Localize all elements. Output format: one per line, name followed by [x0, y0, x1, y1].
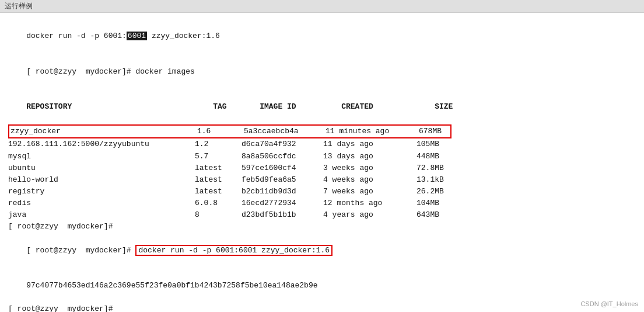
prompt-images: [ root@zzyy mydocker]# docker images [8, 54, 636, 89]
row-size: 13.1kB [416, 175, 444, 184]
row-created: 4 years ago [323, 209, 416, 221]
row-repo: java [8, 209, 195, 221]
row-tag: 1.6 [197, 126, 244, 137]
col-id: IMAGE ID [260, 101, 341, 113]
row-repo: registry [8, 186, 195, 197]
row-tag: latest [195, 186, 242, 197]
row-size: 104MB [416, 199, 439, 207]
row-size: 678MB [419, 127, 442, 136]
table-row: zzyy_docker1.65a3ccaebcb4a11 minutes ago… [8, 124, 452, 138]
docker-run-cmd-box: docker run -d -p 6001:6001 zzyy_docker:1… [135, 245, 332, 256]
row-tag: 5.7 [195, 151, 242, 162]
row-size: 105MB [416, 140, 439, 148]
row-created: 11 days ago [323, 138, 416, 150]
row-id: 5a3ccaebcb4a [244, 126, 326, 137]
row-id: 16ecd2772934 [242, 197, 323, 209]
row-id: feb5d9fea6a5 [242, 174, 323, 186]
row-created: 11 minutes ago [326, 126, 419, 137]
col-size: SIZE [435, 102, 453, 111]
top-bar-title: 运行样例 [5, 1, 33, 11]
row-repo: ubuntu [8, 162, 195, 174]
row-created: 13 days ago [323, 151, 416, 162]
row-id: 597ce1600cf4 [242, 162, 323, 174]
row-tag: 6.0.8 [195, 197, 242, 209]
row-repo: zzyy_docker [10, 126, 197, 137]
row-size: 448MB [416, 152, 439, 161]
prompt4: [ root@zzyy mydocker]# [8, 303, 636, 312]
row-id: d6ca70a4f932 [242, 138, 323, 150]
table-row: mysql5.78a8a506ccfdc13 days ago448MB [8, 151, 636, 162]
row-id: 8a8a506ccfdc [242, 151, 323, 162]
row-created: 3 weeks ago [323, 162, 416, 174]
table-row: 192.168.111.162:5000/zzyyubuntu1.2d6ca70… [8, 138, 636, 150]
watermark: CSDN @IT_Holmes [580, 300, 638, 307]
row-created: 12 months ago [323, 197, 416, 209]
row-size: 26.2MB [416, 187, 444, 196]
table-header: REPOSITORYTAGIMAGE IDCREATEDSIZE [8, 89, 636, 124]
table-row: ubuntulatest597ce1600cf43 weeks ago72.8M… [8, 162, 636, 174]
cmd-run-suffix: zzyy_docker:1.6 [147, 32, 220, 40]
row-created: 4 weeks ago [323, 174, 416, 186]
row-repo: hello-world [8, 174, 195, 186]
row-tag: latest [195, 162, 242, 174]
row-tag: latest [195, 174, 242, 186]
row-repo: 192.168.111.162:5000/zzyyubuntu [8, 138, 195, 150]
prompt-after-table: [ root@zzyy mydocker]# [8, 221, 636, 233]
docker-run-line: [ root@zzyy mydocker]# docker run -d -p … [8, 233, 636, 268]
row-tag: 1.2 [195, 138, 242, 150]
hash-line: 97c4077b4653ed146a2c369e55f23fe0a0bf1b42… [8, 268, 636, 303]
row-repo: redis [8, 197, 195, 209]
table-row: registrylatestb2cb11db9d3d7 weeks ago26.… [8, 186, 636, 197]
col-tag: TAG [213, 101, 260, 113]
row-size: 643MB [416, 210, 439, 219]
row-id: b2cb11db9d3d [242, 186, 323, 197]
cmd-run-prefix: docker run -d -p 6001: [26, 32, 127, 40]
row-size: 72.8MB [416, 164, 444, 172]
table-row: hello-worldlatestfeb5d9fea6a54 weeks ago… [8, 174, 636, 186]
cmd-run-highlight: 6001 [127, 32, 147, 40]
row-tag: 8 [195, 209, 242, 221]
table-row: redis6.0.816ecd277293412 months ago104MB [8, 197, 636, 209]
col-created: CREATED [341, 101, 435, 113]
row-repo: mysql [8, 151, 195, 162]
row-created: 7 weeks ago [323, 186, 416, 197]
top-bar: 运行样例 [0, 0, 644, 13]
col-repo: REPOSITORY [26, 101, 213, 113]
row-id: d23bdf5b1b1b [242, 209, 323, 221]
cmd-run-line: docker run -d -p 6001:6001 zzyy_docker:1… [8, 19, 636, 54]
table-row: java8d23bdf5b1b1b4 years ago643MB [8, 209, 636, 221]
terminal: docker run -d -p 6001:6001 zzyy_docker:1… [0, 13, 644, 312]
image-table: zzyy_docker1.65a3ccaebcb4a11 minutes ago… [8, 124, 636, 221]
